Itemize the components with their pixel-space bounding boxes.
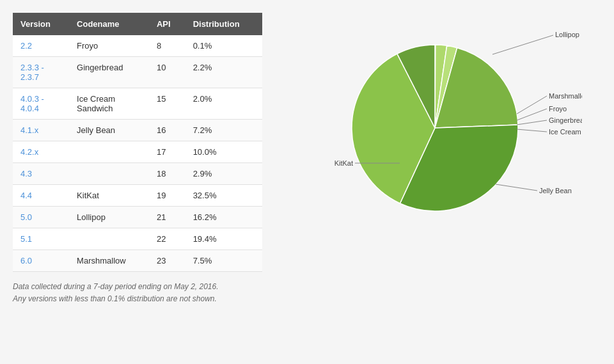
col-distribution: Distribution [185, 13, 262, 35]
footnote-line1: Data collected during a 7-day period end… [13, 281, 262, 293]
pie-label-line [517, 129, 547, 132]
cell-codename: Jelly Bean [69, 120, 149, 141]
cell-codename: Ice CreamSandwich [69, 88, 149, 120]
table-section: Version Codename API Distribution 2.2 Fr… [13, 13, 262, 305]
table-row: 2.2 Froyo 8 0.1% [13, 35, 262, 57]
pie-label-line [496, 184, 537, 191]
cell-version: 2.3.3 -2.3.7 [13, 57, 69, 88]
pie-label-line [517, 96, 547, 114]
table-row: 4.1.x Jelly Bean 16 7.2% [13, 120, 262, 141]
cell-version: 4.1.x [13, 120, 69, 141]
table-row: 6.0 Marshmallow 23 7.5% [13, 250, 262, 272]
cell-dist: 2.2% [185, 57, 262, 88]
main-container: Version Codename API Distribution 2.2 Fr… [13, 13, 601, 305]
table-row: 5.1 22 19.4% [13, 228, 262, 250]
cell-codename: Lollipop [69, 207, 149, 228]
cell-api: 22 [149, 228, 185, 250]
cell-version: 5.0 [13, 207, 69, 228]
distribution-table: Version Codename API Distribution 2.2 Fr… [13, 13, 262, 272]
pie-label-text: Jelly Bean [539, 187, 572, 194]
table-row: 4.0.3 -4.0.4 Ice CreamSandwich 15 2.0% [13, 88, 262, 120]
cell-codename: Gingerbread [69, 57, 149, 88]
cell-codename [69, 228, 149, 250]
cell-api: 18 [149, 163, 185, 185]
col-api: API [149, 13, 185, 35]
col-codename: Codename [69, 13, 149, 35]
cell-version: 4.3 [13, 163, 69, 185]
cell-api: 19 [149, 185, 185, 207]
cell-api: 23 [149, 250, 185, 272]
cell-version: 4.2.x [13, 141, 69, 163]
cell-dist: 10.0% [185, 141, 262, 163]
pie-label-text: Ice Cream Sandwich [549, 128, 582, 136]
cell-version: 2.2 [13, 35, 69, 57]
pie-chart-svg: LollipopMarshmallowFroyoGingerbreadIce C… [301, 19, 582, 237]
cell-dist: 19.4% [185, 228, 262, 250]
cell-dist: 2.9% [185, 163, 262, 185]
cell-dist: 7.5% [185, 250, 262, 272]
cell-api: 17 [149, 141, 185, 163]
pie-label-line [517, 120, 547, 125]
cell-api: 10 [149, 57, 185, 88]
cell-dist: 32.5% [185, 185, 262, 207]
table-row: 2.3.3 -2.3.7 Gingerbread 10 2.2% [13, 57, 262, 88]
cell-dist: 2.0% [185, 88, 262, 120]
pie-label-text: Lollipop [555, 31, 579, 38]
cell-codename [69, 163, 149, 185]
cell-codename: Marshmallow [69, 250, 149, 272]
footnote-line2: Any versions with less than 0.1% distrib… [13, 293, 262, 305]
cell-dist: 16.2% [185, 207, 262, 228]
cell-dist: 0.1% [185, 35, 262, 57]
pie-chart-wrapper: LollipopMarshmallowFroyoGingerbreadIce C… [301, 19, 582, 237]
pie-label-text: Froyo [549, 105, 567, 113]
pie-label-text: Marshmallow [549, 92, 582, 100]
table-row: 4.3 18 2.9% [13, 163, 262, 185]
table-header-row: Version Codename API Distribution [13, 13, 262, 35]
cell-api: 15 [149, 88, 185, 120]
cell-version: 6.0 [13, 250, 69, 272]
col-version: Version [13, 13, 69, 35]
cell-dist: 7.2% [185, 120, 262, 141]
cell-api: 21 [149, 207, 185, 228]
pie-label-text: Gingerbread [549, 116, 582, 124]
table-row: 4.4 KitKat 19 32.5% [13, 185, 262, 207]
pie-label-line [517, 109, 547, 120]
cell-codename [69, 141, 149, 163]
cell-codename: KitKat [69, 185, 149, 207]
pie-label-text: KitKat [335, 159, 353, 167]
footnote: Data collected during a 7-day period end… [13, 281, 262, 305]
cell-api: 8 [149, 35, 185, 57]
cell-version: 4.4 [13, 185, 69, 207]
table-row: 4.2.x 17 10.0% [13, 141, 262, 163]
pie-label-line [492, 35, 553, 54]
cell-version: 4.0.3 -4.0.4 [13, 88, 69, 120]
cell-codename: Froyo [69, 35, 149, 57]
cell-api: 16 [149, 120, 185, 141]
chart-section: LollipopMarshmallowFroyoGingerbreadIce C… [281, 13, 601, 237]
table-row: 5.0 Lollipop 21 16.2% [13, 207, 262, 228]
cell-version: 5.1 [13, 228, 69, 250]
